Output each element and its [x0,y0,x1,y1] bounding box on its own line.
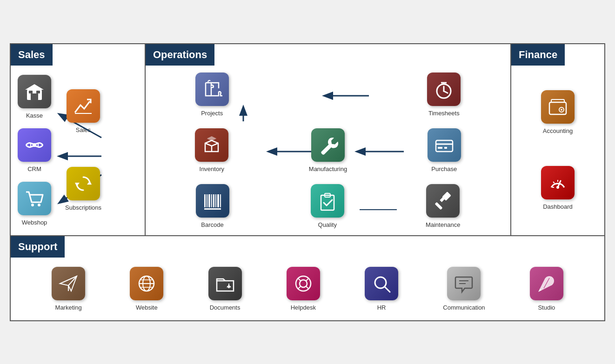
app-inventory[interactable]: Inventory [195,128,228,172]
svg-rect-34 [217,194,219,207]
svg-rect-7 [36,91,40,93]
app-accounting[interactable]: Accounting [541,90,575,134]
hr-label: HR [377,304,386,311]
app-projects[interactable]: Projects [195,73,229,117]
timesheets-svg [434,79,454,99]
subscriptions-svg [73,173,94,194]
hr-svg [371,273,392,294]
inventory-icon [195,128,228,162]
app-purchase[interactable]: Purchase [428,128,461,172]
svg-point-59 [228,286,230,288]
app-webshop[interactable]: Webshop [18,182,51,226]
crm-svg [24,135,45,155]
svg-rect-6 [29,91,33,93]
operations-section: Operations [146,44,511,235]
app-kasse[interactable]: Kasse [18,75,51,119]
svg-rect-5 [31,93,38,100]
webshop-icon [18,182,51,215]
app-crm[interactable]: CRM [18,128,51,172]
app-documents[interactable]: Documents [208,267,242,311]
projects-svg [202,79,222,99]
sales-svg [73,96,94,116]
subscriptions-label: Subscriptions [65,204,101,211]
marketing-svg [58,273,79,294]
kasse-svg [24,81,45,102]
purchase-icon [428,128,461,162]
maintenance-svg [433,191,453,211]
manufacturing-label: Manufacturing [309,165,347,172]
svg-rect-33 [215,194,216,207]
app-sales[interactable]: Sales [67,89,100,133]
ops-wrapper: Projects [146,66,510,235]
svg-rect-26 [438,147,442,149]
documents-label: Documents [210,304,241,311]
svg-line-50 [553,182,555,183]
ops-top-row: Projects [155,73,501,117]
svg-point-8 [33,143,36,147]
studio-label: Studio [538,304,555,311]
crm-icon [18,128,51,162]
app-subscriptions[interactable]: Subscriptions [65,167,101,211]
app-marketing[interactable]: Marketing [52,267,85,311]
sales-left-col: Kasse CR [11,66,58,235]
svg-point-10 [38,204,40,206]
dashboard-label: Dashboard [543,203,573,210]
sales-header: Sales [11,44,53,66]
maintenance-icon [426,184,460,218]
svg-line-67 [385,287,390,292]
app-quality[interactable]: Quality [311,184,344,228]
app-barcode[interactable]: Barcode [196,184,229,228]
top-row: Sales [11,44,604,236]
app-studio[interactable]: Studio [530,267,563,311]
support-section: Support Marketing [11,236,604,320]
ops-bottom-row: Inventory Manufacturing [155,128,501,172]
documents-svg [215,273,235,294]
support-header: Support [11,236,65,258]
kasse-label: Kasse [26,112,43,119]
marketing-label: Marketing [55,304,82,311]
accounting-svg [548,97,568,117]
app-hr[interactable]: HR [365,267,398,311]
barcode-icon [196,184,229,218]
app-helpdesk[interactable]: Helpdesk [287,267,320,311]
communication-icon [447,267,481,300]
barcode-svg [202,191,223,211]
maintenance-label: Maintenance [426,221,460,228]
projects-icon [195,73,229,106]
finance-header: Finance [511,44,565,66]
main-container: Sales [10,43,605,321]
inventory-label: Inventory [200,165,224,172]
operations-header: Operations [146,44,214,66]
helpdesk-label: Helpdesk [291,304,316,311]
studio-svg [536,273,557,294]
quality-svg [317,191,338,211]
svg-point-9 [31,204,34,206]
sales-wrapper: Kasse CR [11,66,145,235]
hr-icon [365,267,398,300]
accounting-label: Accounting [543,127,573,134]
app-communication[interactable]: Communication [443,267,485,311]
support-content: Marketing Website [11,258,604,320]
svg-marker-4 [25,84,44,90]
documents-icon [208,267,242,300]
barcode-label: Barcode [201,221,223,228]
app-dashboard[interactable]: Dashboard [541,166,575,210]
app-timesheets[interactable]: Timesheets [427,73,461,117]
helpdesk-icon [287,267,320,300]
studio-icon [530,267,563,300]
svg-rect-36 [204,208,221,210]
app-maintenance[interactable]: Maintenance [426,184,460,228]
svg-rect-35 [220,194,221,207]
sales-label: Sales [76,126,91,133]
kasse-icon [18,75,51,108]
app-manufacturing[interactable]: Manufacturing [309,128,347,172]
website-label: Website [136,304,158,311]
communication-svg [454,273,474,294]
svg-rect-28 [204,194,206,207]
svg-line-21 [444,91,448,93]
svg-rect-32 [213,194,214,207]
svg-rect-24 [436,140,453,152]
timesheets-icon [427,73,461,106]
purchase-label: Purchase [431,165,457,172]
app-website[interactable]: Website [130,267,163,311]
